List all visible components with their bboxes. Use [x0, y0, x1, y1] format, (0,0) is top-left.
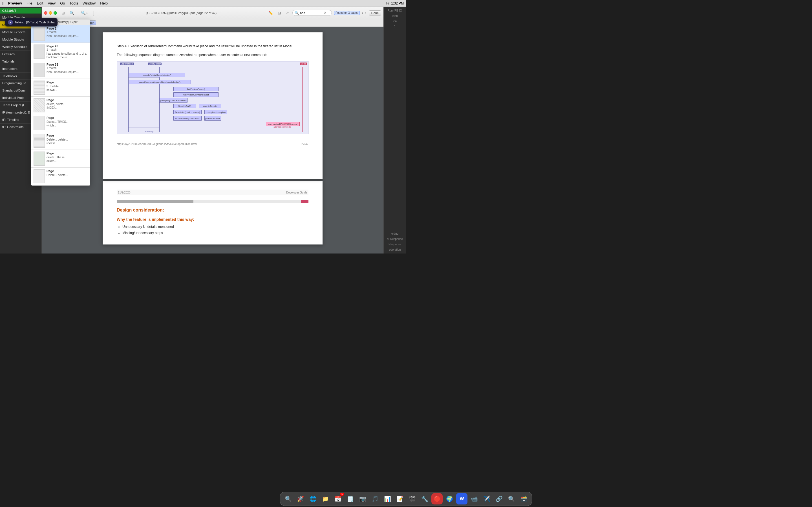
sidebar-header: CS2103/T — [0, 8, 42, 13]
sidebar-item-label: Programming La — [2, 81, 26, 86]
seq-call-3: AddProblemParser() — [173, 87, 218, 91]
seq-call-8: Description('book is broken') — [173, 110, 202, 114]
result-info-8: Page delete... the re...delete... — [47, 152, 88, 166]
next-result-btn[interactable]: › — [365, 11, 366, 15]
result-info-3: Page 38 1 match Non-Functional Require..… — [47, 63, 88, 77]
result-page-label: Page — [47, 80, 88, 84]
close-button[interactable] — [44, 11, 47, 15]
result-info-5: Page delete, delete,INDEX... — [47, 98, 88, 112]
seq-execute-label: execute() — [145, 130, 153, 132]
result-excerpt: 3 : Deleteshown... — [47, 84, 88, 92]
design-bullets: Unnecessary UI details mentioned Missing… — [117, 224, 308, 236]
right-label-7: Response — [385, 243, 405, 246]
page-date: 11/9/2020 — [118, 191, 131, 194]
result-thumb-2 — [34, 45, 45, 59]
result-page-label: Page — [47, 152, 88, 155]
seq-lifeline-model — [302, 67, 303, 132]
scroll-position-bar — [117, 200, 308, 203]
result-thumb-5 — [34, 98, 45, 112]
sidebar-item-label: Tutorials — [2, 59, 15, 64]
minimize-button[interactable] — [49, 11, 52, 15]
seq-call-2: parseCommand('report ahigh #book is brok… — [129, 80, 191, 84]
result-page-label: Page 38 — [47, 63, 88, 66]
bullet-1: Unnecessary UI details mentioned — [122, 224, 308, 230]
result-info-9: Page Delete... delete... — [47, 169, 88, 183]
seq-call-7: severity Severity — [199, 104, 221, 108]
pdf-search-bar: 🔍 ✕ — [292, 10, 332, 16]
menu-help[interactable]: Help — [100, 1, 108, 5]
page-dev-guide: Developer Guide — [286, 191, 307, 194]
search-result-extra6[interactable]: Page Delete... delete... — [31, 168, 90, 185]
seq-label-model: Model — [300, 62, 307, 65]
zoom-in-btn[interactable]: 🔍+ — [80, 10, 89, 16]
crop-btn[interactable]: ⊡ — [276, 10, 282, 16]
sidebar-item-label: tP: Constraints — [2, 125, 23, 129]
result-thumb-1 — [34, 27, 45, 41]
share2-btn[interactable]: ↗ — [285, 10, 290, 16]
pdf-search-input[interactable] — [300, 11, 322, 15]
seq-label-libraryparser: LibraryParser — [148, 62, 161, 65]
menu-view[interactable]: View — [48, 1, 56, 5]
pdf-intro-text: Step 4: Execution of AddProblemCommand w… — [117, 44, 308, 49]
search-result-extra4[interactable]: Page Delete... delete...review... — [31, 132, 90, 150]
seq-call-1: execute('ahigh #book is broken') — [129, 73, 185, 77]
result-thumb-3 — [34, 63, 45, 77]
menu-tools[interactable]: Tools — [70, 1, 78, 5]
result-page-label: Page 2 — [47, 27, 88, 30]
design-heading: Design consideration: — [117, 208, 308, 213]
pdf-page-22: Step 4: Execution of AddProblemCommand w… — [103, 33, 322, 179]
sidebar-item-label: tP: Timeline — [2, 118, 19, 122]
sidebar-item-label: Textbooks — [2, 74, 17, 78]
right-sidebar: Run (PE-D) ision ion ) orting er Respons… — [384, 7, 406, 253]
result-thumb-6 — [34, 116, 45, 130]
sidebar-toggle-btn[interactable]: ⊞ — [60, 10, 66, 16]
result-excerpt: delete, delete,INDEX... — [47, 102, 88, 110]
bullet-2: Missing/unnecessary steps — [122, 230, 308, 236]
result-thumb-8 — [34, 152, 45, 166]
clear-search-icon[interactable]: ✕ — [324, 11, 327, 15]
apple-menu[interactable]:  — [2, 1, 4, 5]
annotate-btn[interactable]: ✏️ — [267, 10, 274, 16]
sort-toolbar: ⊞ Search Rank Page Order — [42, 19, 384, 27]
result-match-count: 1 match — [47, 66, 88, 69]
sidebar-item-label: Individual Proje — [2, 96, 24, 100]
search-result-extra3[interactable]: Page Espec... TIMES...which... — [31, 114, 90, 132]
result-match-count: 1 match — [47, 48, 88, 51]
search-result-extra5[interactable]: Page delete... the re...delete... — [31, 150, 90, 168]
seq-command-result-label: CommandResult — [276, 122, 291, 124]
pdf-title: [CS2103-F09-3][IntelliBrary]DG.pdf (page… — [98, 11, 265, 15]
menu-go[interactable]: Go — [60, 1, 65, 5]
sequence-diagram: LogicManager LibraryParser Model execute… — [117, 61, 308, 134]
menu-file[interactable]: File — [27, 1, 33, 5]
right-label-1: Run (PE-D) — [385, 9, 405, 12]
share-btn[interactable]: ⎦ — [91, 10, 96, 16]
search-result-extra2[interactable]: Page delete, delete,INDEX... — [31, 97, 90, 114]
result-excerpt: Delete... delete...review... — [47, 138, 88, 145]
result-excerpt: Espec... TIMES...which... — [47, 120, 88, 127]
prev-result-btn[interactable]: ‹ — [362, 11, 363, 15]
pdf-page-next: 11/9/2020 Developer Guide Design conside… — [103, 181, 322, 244]
pdf-content[interactable]: Step 4: Execution of AddProblemCommand w… — [42, 27, 384, 253]
zoom-out-btn[interactable]: 🔍− — [68, 10, 78, 16]
result-excerpt: has a need to collect and ... of a book … — [47, 52, 88, 59]
page-header-bar: 11/9/2020 Developer Guide — [117, 189, 308, 195]
search-result-page28[interactable]: Page 28 1 match has a need to collect an… — [31, 43, 90, 61]
done-btn[interactable]: Done — [369, 10, 381, 15]
result-info-7: Page Delete... delete...review... — [47, 134, 88, 148]
right-label-6: er Response — [385, 237, 405, 240]
right-label-8: oderation — [385, 248, 405, 251]
sidebar-item-label: tP (team project): B — [2, 110, 30, 115]
result-page-label: Page 28 — [47, 45, 88, 48]
result-excerpt: delete... the re...delete... — [47, 156, 88, 163]
menu-window[interactable]: Window — [83, 1, 96, 5]
menu-edit[interactable]: Edit — [37, 1, 43, 5]
seq-call-11: problem Problem — [204, 116, 221, 121]
search-result-extra1[interactable]: Page 3 : Deleteshown... — [31, 79, 90, 97]
maximize-button[interactable] — [54, 11, 57, 15]
result-thumb-4 — [34, 80, 45, 95]
result-info-2: Page 28 1 match has a need to collect an… — [47, 45, 88, 59]
result-excerpt: Non-Functional Require... — [47, 70, 88, 74]
search-result-page38[interactable]: Page 38 1 match Non-Functional Require..… — [31, 61, 90, 79]
seq-arrow-2 — [128, 84, 159, 84]
search-result-page2[interactable]: Page 2 1 match Non-Functional Require... — [31, 25, 90, 43]
